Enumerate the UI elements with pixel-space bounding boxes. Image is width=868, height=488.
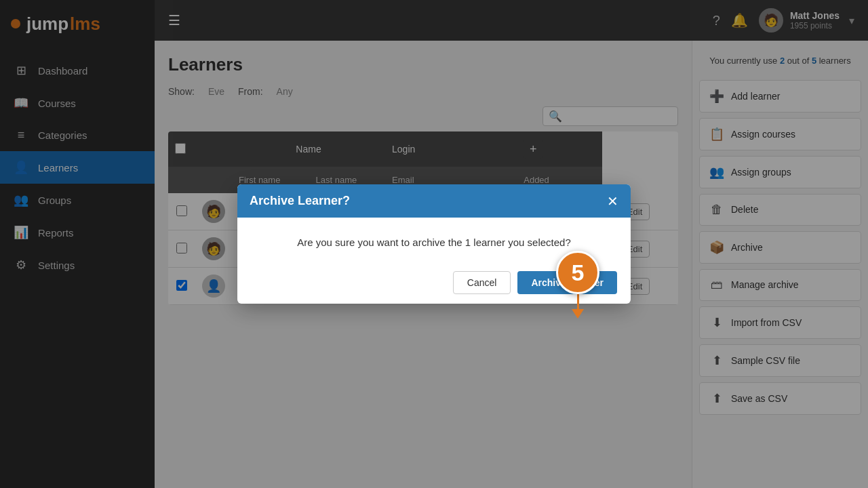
- modal-overlay[interactable]: Archive Learner? ✕ Are you sure you want…: [0, 0, 868, 488]
- step-badge: 5: [556, 251, 599, 294]
- modal-header: Archive Learner? ✕: [237, 184, 631, 218]
- cancel-button[interactable]: Cancel: [453, 271, 511, 294]
- modal-wrapper: Archive Learner? ✕ Are you sure you want…: [237, 184, 631, 304]
- modal-title: Archive Learner?: [250, 194, 350, 208]
- badge-arrow-line: [577, 293, 579, 309]
- modal-message: Are you sure you want to archive the 1 l…: [251, 237, 617, 248]
- modal-close-button[interactable]: ✕: [607, 195, 618, 208]
- badge-arrow-head: [572, 309, 584, 319]
